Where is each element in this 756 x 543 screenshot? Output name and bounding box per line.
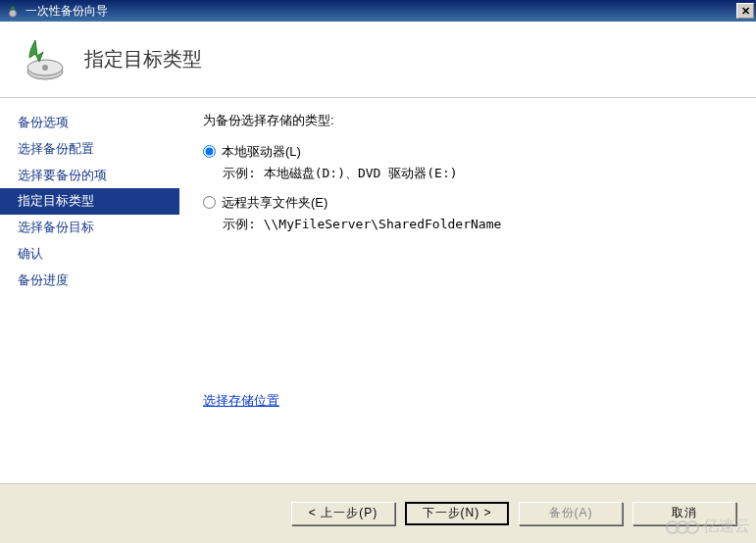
backup-wizard-icon (20, 36, 67, 83)
svg-point-0 (10, 10, 17, 17)
next-button[interactable]: 下一步(N) > (405, 502, 509, 525)
wizard-steps-sidebar: 备份选项 选择备份配置 选择要备份的项 指定目标类型 选择备份目标 确认 备份进… (0, 98, 179, 483)
sidebar-item-select-config[interactable]: 选择备份配置 (0, 136, 179, 163)
titlebar: 一次性备份向导 ✕ (0, 0, 756, 22)
option-local-drive[interactable]: 本地驱动器(L) (203, 143, 732, 161)
radio-remote-share[interactable] (203, 196, 216, 209)
prev-button[interactable]: < 上一步(P) (291, 502, 395, 525)
sidebar-item-progress[interactable]: 备份进度 (0, 268, 179, 294)
select-storage-link[interactable]: 选择存储位置 (203, 392, 279, 410)
instruction-text: 为备份选择存储的类型: (203, 112, 732, 129)
close-button[interactable]: ✕ (736, 3, 754, 19)
wizard-header: 指定目标类型 (0, 22, 756, 98)
sidebar-item-select-items[interactable]: 选择要备份的项 (0, 163, 179, 189)
window-title: 一次性备份向导 (25, 3, 108, 20)
content-area: 备份选项 选择备份配置 选择要备份的项 指定目标类型 选择备份目标 确认 备份进… (0, 98, 756, 483)
svg-point-3 (42, 65, 48, 71)
sidebar-item-backup-options[interactable]: 备份选项 (0, 110, 179, 136)
page-title: 指定目标类型 (84, 46, 202, 73)
example-local-drive: 示例: 本地磁盘(D:)、DVD 驱动器(E:) (223, 165, 732, 182)
sidebar-item-select-target[interactable]: 选择备份目标 (0, 215, 179, 241)
option-remote-share[interactable]: 远程共享文件夹(E) (203, 194, 732, 212)
backup-button: 备份(A) (519, 502, 623, 525)
radio-remote-share-label: 远程共享文件夹(E) (222, 194, 328, 212)
wizard-icon (6, 4, 20, 18)
sidebar-item-confirm[interactable]: 确认 (0, 241, 179, 268)
sidebar-item-target-type[interactable]: 指定目标类型 (0, 188, 179, 215)
wizard-footer: < 上一步(P) 下一步(N) > 备份(A) 取消 (0, 483, 756, 542)
radio-local-drive-label: 本地驱动器(L) (222, 143, 301, 161)
radio-local-drive[interactable] (203, 145, 216, 158)
example-remote-share: 示例: \\MyFileServer\SharedFolderName (223, 216, 732, 233)
titlebar-left: 一次性备份向导 (6, 3, 108, 20)
cancel-button[interactable]: 取消 (632, 502, 736, 525)
main-panel: 为备份选择存储的类型: 本地驱动器(L) 示例: 本地磁盘(D:)、DVD 驱动… (179, 98, 756, 483)
